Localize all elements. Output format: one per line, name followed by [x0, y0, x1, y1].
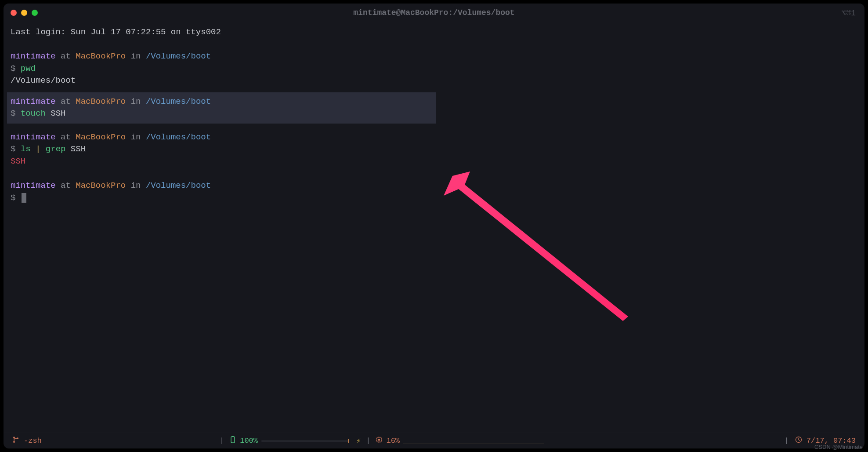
status-bar: -zsh | 100% ⚡ | 16% | 7/17, 07:43 [4, 433, 864, 448]
cpu-status: 16% [376, 436, 400, 445]
title-bar: mintimate@MacBookPro:/Volumes/boot ⌥⌘1 [4, 4, 864, 22]
cursor [22, 193, 26, 203]
prompt-user: mintimate [11, 97, 56, 106]
svg-rect-6 [378, 439, 380, 441]
prompt-in: in [126, 132, 146, 142]
command-touch-arg: SSH [51, 109, 65, 118]
status-separator: | [785, 437, 789, 445]
prompt-path: /Volumes/boot [146, 181, 211, 190]
prompt-user: mintimate [11, 51, 56, 61]
prompt-user: mintimate [11, 132, 56, 142]
prompt-at: at [56, 97, 76, 106]
watermark: CSDN @Mintimate [814, 444, 863, 450]
battery-percent: 100% [240, 437, 258, 445]
command-pipe: | [36, 144, 40, 154]
highlighted-command-block: mintimate at MacBookPro in /Volumes/boot… [7, 92, 436, 124]
traffic-lights [11, 10, 38, 16]
prompt-host: MacBookPro [76, 51, 126, 61]
command-touch: touch [21, 109, 46, 118]
output-pwd: /Volumes/boot [11, 75, 857, 87]
close-button[interactable] [11, 10, 17, 16]
command-line: $ ls | grep SSH [11, 143, 857, 156]
command-ls: ls [21, 144, 31, 154]
status-shell: -zsh [24, 437, 42, 445]
prompt-at: at [56, 132, 76, 142]
window-shortcut: ⌥⌘1 [842, 8, 856, 18]
prompt-in: in [126, 51, 146, 61]
battery-icon [229, 436, 236, 445]
cpu-graph [403, 438, 544, 444]
prompt-symbol: $ [11, 144, 15, 154]
prompt-user: mintimate [11, 181, 56, 190]
prompt-line: mintimate at MacBookPro in /Volumes/boot [11, 51, 857, 63]
maximize-button[interactable] [32, 10, 38, 16]
branch-icon [12, 436, 19, 445]
clock-icon [795, 436, 802, 445]
prompt-in: in [126, 97, 146, 106]
command-line: $ pwd [11, 63, 857, 75]
minimize-button[interactable] [21, 10, 27, 16]
svg-point-0 [13, 437, 15, 438]
prompt-host: MacBookPro [76, 97, 126, 106]
command-line-cursor[interactable]: $ [11, 192, 857, 204]
prompt-in: in [126, 181, 146, 190]
prompt-line: mintimate at MacBookPro in /Volumes/boot [11, 96, 436, 108]
window-title: mintimate@MacBookPro:/Volumes/boot [353, 8, 514, 17]
last-login-line: Last login: Sun Jul 17 07:22:55 on ttys0… [11, 26, 857, 39]
prompt-path: /Volumes/boot [146, 132, 211, 142]
prompt-at: at [56, 51, 76, 61]
bolt-icon: ⚡ [356, 436, 361, 445]
terminal-window: mintimate@MacBookPro:/Volumes/boot ⌥⌘1 L… [4, 4, 864, 448]
status-slider [261, 441, 349, 441]
terminal-content[interactable]: Last login: Sun Jul 17 07:22:55 on ttys0… [4, 22, 864, 433]
command-pwd: pwd [21, 64, 36, 73]
command-line: $ touch SSH [11, 108, 436, 120]
prompt-symbol: $ [11, 64, 15, 73]
prompt-line: mintimate at MacBookPro in /Volumes/boot [11, 180, 857, 192]
svg-rect-4 [232, 436, 234, 437]
prompt-symbol: $ [11, 109, 15, 118]
chip-icon [376, 436, 383, 445]
prompt-host: MacBookPro [76, 132, 126, 142]
svg-point-1 [13, 441, 15, 443]
prompt-path: /Volumes/boot [146, 51, 211, 61]
prompt-host: MacBookPro [76, 181, 126, 190]
output-grep: SSH [11, 156, 857, 168]
status-separator: | [220, 437, 224, 445]
prompt-path: /Volumes/boot [146, 97, 211, 106]
prompt-at: at [56, 181, 76, 190]
command-grep-arg: SSH [71, 144, 86, 154]
svg-rect-3 [231, 437, 235, 443]
battery-status: 100% [229, 436, 258, 445]
status-separator: | [366, 437, 370, 445]
cpu-percent: 16% [386, 437, 400, 445]
prompt-line: mintimate at MacBookPro in /Volumes/boot [11, 131, 857, 144]
prompt-symbol: $ [11, 193, 15, 203]
command-grep: grep [46, 144, 66, 154]
